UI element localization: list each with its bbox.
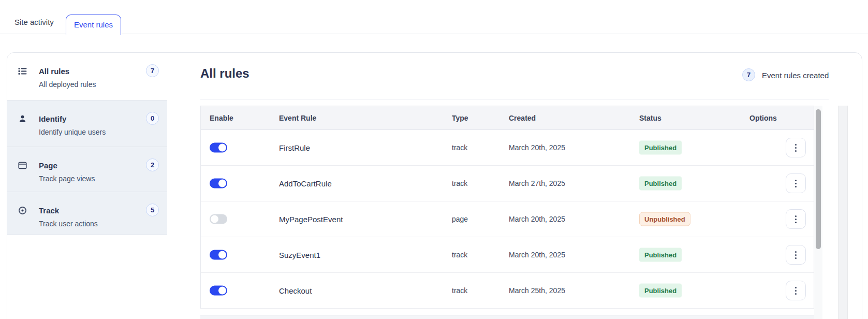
toggle-knob — [218, 144, 226, 152]
sidebar-item-title: Track — [39, 206, 59, 215]
status-badge: Unpublished — [639, 212, 690, 226]
column-header-options: Options — [749, 114, 777, 122]
sidebar-item-title: Identify — [39, 114, 66, 123]
rule-type: track — [452, 251, 467, 259]
enable-toggle[interactable] — [210, 250, 227, 260]
toggle-knob — [218, 287, 226, 295]
toggle-knob — [218, 180, 226, 187]
tab-event-rules[interactable]: Event rules — [66, 15, 121, 35]
toggle-knob — [218, 251, 226, 259]
sidebar-item-subtitle: Identify unique users — [39, 128, 106, 136]
table-scrollbar-track[interactable] — [814, 106, 822, 319]
window-icon — [18, 161, 27, 170]
kebab-icon — [795, 144, 797, 146]
count-badge: 5 — [146, 204, 159, 216]
table-row: FirstRule track March 20th, 2025 Publish… — [201, 130, 814, 166]
rule-created-date: March 20th, 2025 — [509, 143, 565, 152]
row-options-button[interactable] — [786, 173, 806, 193]
enable-toggle[interactable] — [210, 214, 227, 224]
count-badge: 0 — [146, 112, 159, 125]
target-icon — [18, 206, 27, 215]
rule-created-date: March 20th, 2025 — [509, 215, 565, 223]
table-row: MyPagePostEvent page March 20th, 2025 Un… — [201, 201, 814, 237]
rule-name: SuzyEvent1 — [279, 251, 320, 259]
list-icon — [18, 67, 27, 76]
sidebar-item-track[interactable]: Track 5 Track user actions — [7, 192, 167, 235]
sidebar-item-subtitle: All deployed rules — [39, 80, 96, 89]
rule-created-date: March 25th, 2025 — [509, 286, 565, 295]
table-row: SuzyEvent1 track March 20th, 2025 Publis… — [201, 237, 814, 273]
column-header-enable: Enable — [210, 114, 233, 122]
column-header-created: Created — [509, 114, 536, 122]
rule-type: track — [452, 286, 467, 295]
row-options-button[interactable] — [786, 209, 806, 229]
enable-toggle[interactable] — [210, 143, 227, 153]
tab-site-activity[interactable]: Site activity — [14, 18, 54, 26]
kebab-icon — [795, 251, 797, 253]
sidebar-item-title: All rules — [39, 67, 69, 76]
column-header-event-rule: Event Rule — [279, 114, 316, 122]
status-badge: Published — [639, 177, 682, 191]
header-divider — [200, 99, 829, 99]
page-scrollbar-track[interactable] — [838, 106, 848, 319]
rule-type: track — [452, 143, 467, 152]
rule-created-date: March 20th, 2025 — [509, 251, 565, 259]
next-section-peek — [200, 315, 814, 319]
status-badge: Published — [639, 248, 682, 262]
row-options-button[interactable] — [786, 281, 806, 300]
rule-type: track — [452, 179, 467, 187]
sidebar-item-identify[interactable]: Identify 0 Identify unique users — [7, 100, 167, 147]
column-header-type: Type — [452, 114, 468, 122]
count-badge: 7 — [146, 64, 159, 77]
table-scrollbar-thumb[interactable] — [816, 109, 821, 249]
row-options-button[interactable] — [786, 245, 806, 265]
content-card: All rules 7 All deployed rules Identify … — [7, 52, 862, 319]
row-options-button[interactable] — [786, 138, 806, 157]
event-rules-table: Enable Event Rule Type Created Status Op… — [200, 106, 814, 309]
sidebar-item-subtitle: Track user actions — [39, 220, 98, 228]
sidebar-item-subtitle: Track page views — [39, 175, 95, 183]
status-badge: Published — [639, 141, 682, 155]
status-badge: Published — [639, 284, 682, 298]
user-icon — [18, 114, 27, 123]
table-header-row: Enable Event Rule Type Created Status Op… — [201, 106, 814, 130]
rule-name: FirstRule — [279, 143, 310, 152]
event-rules-count-label: Event rules created — [762, 71, 829, 80]
kebab-icon — [795, 215, 797, 217]
table-row: Checkout track March 25th, 2025 Publishe… — [201, 273, 814, 309]
sidebar-item-page[interactable]: Page 2 Track page views — [7, 147, 167, 192]
rule-name: Checkout — [279, 286, 312, 295]
table-row: AddToCartRule track March 27th, 2025 Pub… — [201, 166, 814, 201]
rule-name: AddToCartRule — [279, 179, 332, 188]
rule-created-date: March 27th, 2025 — [509, 179, 565, 187]
event-rules-count-badge: 7 — [742, 68, 755, 81]
rule-type: page — [452, 215, 468, 223]
toggle-knob — [211, 215, 218, 223]
count-badge: 2 — [146, 158, 159, 171]
column-header-status: Status — [639, 114, 661, 122]
enable-toggle[interactable] — [210, 179, 227, 189]
page-title: All rules — [200, 66, 249, 81]
tab-bar: Site activity Event rules — [0, 0, 868, 34]
kebab-icon — [795, 180, 797, 181]
kebab-icon — [795, 287, 797, 288]
rule-category-sidebar: All rules 7 All deployed rules Identify … — [7, 53, 167, 235]
rule-name: MyPagePostEvent — [279, 215, 343, 224]
sidebar-item-all-rules[interactable]: All rules 7 All deployed rules — [7, 53, 167, 100]
sidebar-item-title: Page — [39, 161, 57, 170]
enable-toggle[interactable] — [210, 286, 227, 296]
